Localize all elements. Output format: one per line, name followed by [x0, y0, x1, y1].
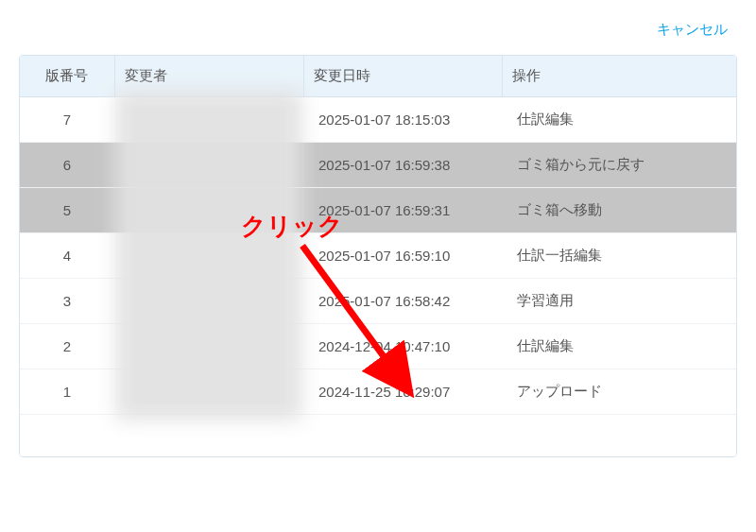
cell-datetime: 2024-12-04 10:47:10 [303, 324, 502, 369]
cell-action: 学習適用 [502, 279, 736, 324]
cell-datetime: 2025-01-07 16:59:38 [303, 143, 502, 188]
annotation-click-label: クリック [241, 210, 343, 243]
header-action: 操作 [502, 56, 736, 97]
header-version: 版番号 [20, 56, 114, 97]
cell-version: 1 [20, 369, 114, 415]
cell-version: 4 [20, 233, 114, 279]
cell-version: 7 [20, 97, 114, 143]
cancel-link[interactable]: キャンセル [657, 21, 728, 39]
redacted-user-column [115, 90, 302, 420]
cell-action: ゴミ箱へ移動 [502, 188, 736, 233]
cell-action: ゴミ箱から元に戻す [502, 143, 736, 188]
header-datetime: 変更日時 [303, 56, 502, 97]
cell-action: 仕訳一括編集 [502, 233, 736, 279]
cell-version: 3 [20, 279, 114, 324]
cell-action: 仕訳編集 [502, 97, 736, 143]
cell-datetime: 2025-01-07 18:15:03 [303, 97, 502, 143]
cell-action: 仕訳編集 [502, 324, 736, 369]
cell-empty [20, 415, 736, 456]
cell-version: 2 [20, 324, 114, 369]
cell-action: アップロード [502, 369, 736, 415]
cell-datetime: 2025-01-07 16:58:42 [303, 279, 502, 324]
table-row-empty [20, 415, 736, 456]
cell-version: 5 [20, 188, 114, 233]
cell-version: 6 [20, 143, 114, 188]
cell-datetime: 2024-11-25 10:29:07 [303, 369, 502, 415]
